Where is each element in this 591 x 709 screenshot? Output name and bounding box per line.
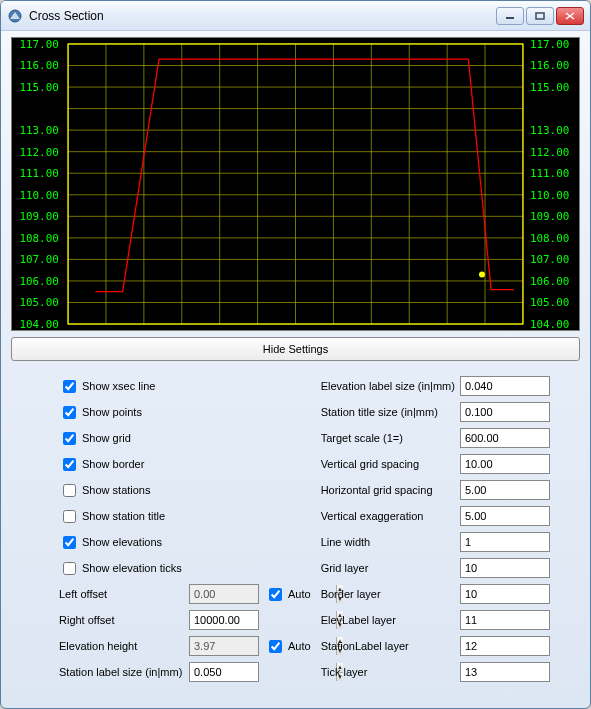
v-grid-spacing-row: Vertical grid spacing ▲▼ <box>321 451 550 477</box>
svg-text:113.00: 113.00 <box>530 124 569 137</box>
v-grid-spacing-label: Vertical grid spacing <box>321 458 460 470</box>
svg-text:106.00: 106.00 <box>19 275 58 288</box>
station-title-size-label: Station title size (in|mm) <box>321 406 460 418</box>
station-label-layer-row: StationLabel layer ▲▼ <box>321 633 550 659</box>
elev-height-row: Elevation height ▲▼ Auto <box>59 633 311 659</box>
elev-label-layer-input[interactable] <box>461 611 591 629</box>
elev-height-input[interactable] <box>190 637 336 655</box>
grid-layer-input[interactable] <box>461 559 591 577</box>
svg-text:104.00: 104.00 <box>530 318 569 330</box>
svg-text:112.00: 112.00 <box>530 146 569 159</box>
tick-layer-input-wrap: ▲▼ <box>460 662 550 682</box>
show-elevations-checkbox[interactable] <box>63 536 76 549</box>
left-offset-auto-label: Auto <box>288 588 311 600</box>
show-station-title-row: Show station title <box>59 503 311 529</box>
svg-text:115.00: 115.00 <box>19 81 58 94</box>
show-stations-checkbox[interactable] <box>63 484 76 497</box>
svg-text:105.00: 105.00 <box>19 296 58 309</box>
svg-text:110.00: 110.00 <box>19 189 58 202</box>
station-label-size-row: Station label size (in|mm) ▲▼ <box>59 659 311 685</box>
line-width-input[interactable] <box>461 533 591 551</box>
right-offset-input[interactable] <box>190 611 336 629</box>
left-offset-auto-checkbox[interactable] <box>269 588 282 601</box>
elev-label-layer-label: ElevLabel layer <box>321 614 460 626</box>
show-xsec-row: Show xsec line <box>59 373 311 399</box>
show-elev-ticks-checkbox[interactable] <box>63 562 76 575</box>
show-elevations-label: Show elevations <box>82 536 162 548</box>
station-label-layer-input[interactable] <box>461 637 591 655</box>
line-width-label: Line width <box>321 536 460 548</box>
show-xsec-label: Show xsec line <box>82 380 155 392</box>
show-xsec-checkbox[interactable] <box>63 380 76 393</box>
titlebar: Cross Section <box>1 1 590 31</box>
v-grid-spacing-input[interactable] <box>461 455 591 473</box>
target-scale-input[interactable] <box>461 429 591 447</box>
show-grid-row: Show grid <box>59 425 311 451</box>
svg-text:110.00: 110.00 <box>530 189 569 202</box>
svg-text:107.00: 107.00 <box>19 253 58 266</box>
svg-text:116.00: 116.00 <box>530 59 569 72</box>
show-elev-ticks-row: Show elevation ticks <box>59 555 311 581</box>
show-elevations-row: Show elevations <box>59 529 311 555</box>
show-border-checkbox[interactable] <box>63 458 76 471</box>
v-exag-label: Vertical exaggeration <box>321 510 460 522</box>
station-title-size-input-wrap: ▲▼ <box>460 402 550 422</box>
cross-section-chart: 104.00104.00105.00105.00106.00106.00107.… <box>12 38 579 330</box>
station-label-size-input[interactable] <box>190 663 336 681</box>
h-grid-spacing-row: Horizontal grid spacing ▲▼ <box>321 477 550 503</box>
window: Cross Section 104.00104.00105.00105.0010… <box>0 0 591 709</box>
show-border-label: Show border <box>82 458 144 470</box>
station-title-size-input[interactable] <box>461 403 591 421</box>
svg-point-59 <box>479 272 485 278</box>
target-scale-row: Target scale (1=) ▲▼ <box>321 425 550 451</box>
tick-layer-row: Tick layer ▲▼ <box>321 659 550 685</box>
h-grid-spacing-input[interactable] <box>461 481 591 499</box>
v-grid-spacing-input-wrap: ▲▼ <box>460 454 550 474</box>
target-scale-label: Target scale (1=) <box>321 432 460 444</box>
line-width-row: Line width ▲▼ <box>321 529 550 555</box>
svg-text:109.00: 109.00 <box>530 210 569 223</box>
show-grid-checkbox[interactable] <box>63 432 76 445</box>
svg-text:116.00: 116.00 <box>19 59 58 72</box>
svg-text:111.00: 111.00 <box>530 167 569 180</box>
minimize-button[interactable] <box>496 7 524 25</box>
show-stations-label: Show stations <box>82 484 150 496</box>
show-points-checkbox[interactable] <box>63 406 76 419</box>
elev-height-label: Elevation height <box>59 640 189 652</box>
station-label-layer-label: StationLabel layer <box>321 640 460 652</box>
svg-text:105.00: 105.00 <box>530 296 569 309</box>
svg-text:117.00: 117.00 <box>530 38 569 51</box>
elev-height-input-wrap: ▲▼ <box>189 636 259 656</box>
v-exag-input[interactable] <box>461 507 591 525</box>
svg-text:113.00: 113.00 <box>19 124 58 137</box>
tick-layer-label: Tick layer <box>321 666 460 678</box>
left-column: Show xsec line Show points Show grid Sho… <box>59 373 311 696</box>
elev-height-auto-checkbox[interactable] <box>269 640 282 653</box>
right-offset-row: Right offset ▲▼ <box>59 607 311 633</box>
left-offset-auto: Auto <box>265 585 311 604</box>
right-column: Elevation label size (in|mm) ▲▼ Station … <box>321 373 550 696</box>
v-exag-input-wrap: ▲▼ <box>460 506 550 526</box>
svg-text:108.00: 108.00 <box>19 232 58 245</box>
h-grid-spacing-label: Horizontal grid spacing <box>321 484 460 496</box>
elev-height-auto-label: Auto <box>288 640 311 652</box>
svg-text:111.00: 111.00 <box>19 167 58 180</box>
svg-text:109.00: 109.00 <box>19 210 58 223</box>
svg-text:106.00: 106.00 <box>530 275 569 288</box>
svg-text:115.00: 115.00 <box>530 81 569 94</box>
svg-text:108.00: 108.00 <box>530 232 569 245</box>
left-offset-input[interactable] <box>190 585 336 603</box>
hide-settings-button[interactable]: Hide Settings <box>11 337 580 361</box>
elev-label-size-input[interactable] <box>461 377 591 395</box>
maximize-button[interactable] <box>526 7 554 25</box>
show-points-row: Show points <box>59 399 311 425</box>
border-layer-label: Border layer <box>321 588 460 600</box>
tick-layer-input[interactable] <box>461 663 591 681</box>
show-grid-label: Show grid <box>82 432 131 444</box>
border-layer-input[interactable] <box>461 585 591 603</box>
close-button[interactable] <box>556 7 584 25</box>
right-offset-label: Right offset <box>59 614 189 626</box>
content-area: 104.00104.00105.00105.00106.00106.00107.… <box>1 31 590 708</box>
svg-text:104.00: 104.00 <box>19 318 58 330</box>
show-station-title-checkbox[interactable] <box>63 510 76 523</box>
